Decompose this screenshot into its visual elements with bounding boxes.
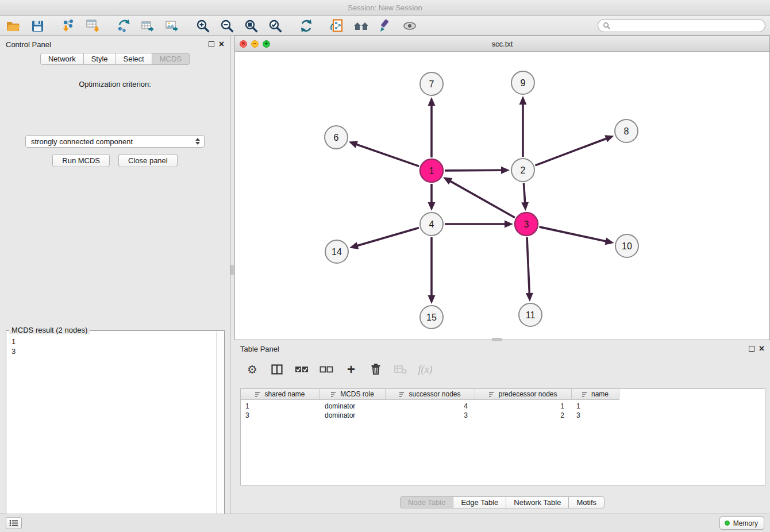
node-label-8: 8 [624, 126, 629, 136]
task-list-icon [9, 519, 18, 527]
table-panel-header: Table Panel × [234, 340, 770, 357]
vertical-splitter-handle[interactable] [230, 265, 234, 275]
zoom-in-icon[interactable] [194, 18, 211, 34]
tab-edge-table[interactable]: Edge Table [453, 496, 506, 508]
tab-select[interactable]: Select [116, 53, 152, 65]
maximize-window-icon[interactable]: + [263, 40, 270, 48]
column-header-name[interactable]: name [572, 389, 619, 400]
deselect-all-rows-icon[interactable] [319, 362, 334, 377]
table-settings-gear-icon[interactable]: ⚙ [245, 362, 260, 377]
tab-network-table[interactable]: Network Table [506, 496, 569, 508]
dropdown-stepper-icon [194, 138, 204, 145]
select-all-rows-icon[interactable] [294, 362, 309, 377]
tab-style[interactable]: Style [83, 53, 116, 65]
add-column-icon[interactable]: + [344, 362, 359, 377]
horizontal-splitter-handle[interactable] [492, 338, 502, 341]
close-panel-button[interactable]: Close panel [118, 154, 178, 167]
eye-icon[interactable] [401, 18, 418, 34]
float-panel-icon[interactable] [209, 41, 214, 47]
tab-motifs[interactable]: Motifs [568, 496, 605, 508]
marker-icon[interactable] [377, 18, 394, 34]
optimization-criterion-label: Optimization criterion: [0, 80, 230, 88]
zoom-out-icon[interactable] [218, 18, 236, 34]
edge-1-2[interactable] [445, 170, 502, 171]
cell-mcds-role: dominator [320, 411, 386, 419]
cell-successor-nodes: 3 [386, 411, 475, 419]
search-field[interactable] [598, 19, 765, 32]
zoom-fit-icon[interactable] [242, 18, 260, 34]
criterion-dropdown[interactable]: strongly connected component [25, 135, 205, 148]
table-row[interactable]: 1 dominator 4 1 1 [241, 402, 765, 411]
table-panel: Table Panel × ⚙ + f(x) shared name [234, 340, 770, 514]
edge-3-1[interactable] [449, 181, 515, 218]
cell-shared-name: 1 [241, 402, 320, 410]
refresh-layout-icon[interactable] [298, 18, 315, 34]
table-tabs: Node Table Edge Table Network Table Moti… [234, 496, 770, 508]
node-table-header: shared name MCDS role successor nodes pr… [241, 389, 765, 400]
import-network-icon[interactable] [60, 18, 77, 34]
first-neighbors-icon[interactable] [353, 18, 370, 34]
edge-arrowhead [605, 238, 614, 245]
column-type-icon [331, 391, 337, 398]
node-label-3: 3 [524, 219, 529, 229]
edge-3-10[interactable] [539, 227, 606, 241]
table-row[interactable]: 3 dominator 3 2 3 [241, 411, 765, 420]
mcds-result-line: 1 [11, 337, 222, 346]
main-toolbar [0, 16, 770, 36]
edge-4-14[interactable] [357, 228, 419, 246]
node-label-10: 10 [622, 241, 632, 251]
edge-2-8[interactable] [536, 138, 607, 165]
node-label-11: 11 [526, 310, 536, 320]
edge-arrowhead [349, 242, 359, 249]
node-label-1: 1 [429, 166, 434, 176]
result-scrollbar[interactable] [216, 331, 224, 532]
show-columns-icon[interactable] [270, 362, 284, 377]
node-label-14: 14 [332, 247, 342, 257]
memory-button[interactable]: Memory [719, 516, 764, 530]
delete-column-icon[interactable] [368, 362, 383, 377]
node-label-6: 6 [334, 133, 339, 142]
float-table-panel-icon[interactable] [749, 346, 754, 352]
edge-2-3[interactable] [523, 183, 525, 203]
mcds-result-title: MCDS result (2 nodes) [9, 326, 90, 334]
minimize-window-icon[interactable]: − [251, 40, 259, 48]
control-panel-header: Control Panel × [0, 36, 230, 53]
zoom-selected-icon[interactable] [267, 18, 284, 34]
edge-arrowhead [605, 135, 614, 142]
column-header-successor-nodes[interactable]: successor nodes [386, 389, 475, 400]
close-panel-icon[interactable]: × [219, 41, 224, 48]
export-table-icon[interactable] [139, 18, 156, 34]
import-table-icon[interactable] [84, 18, 101, 34]
save-session-icon[interactable] [29, 18, 46, 34]
show-graphics-details-icon[interactable] [329, 18, 346, 34]
control-panel-title: Control Panel [6, 40, 51, 49]
export-image-icon[interactable] [163, 18, 180, 34]
tab-mcds[interactable]: MCDS [152, 53, 190, 65]
column-type-icon [399, 391, 406, 398]
close-window-icon[interactable]: × [240, 40, 247, 48]
close-table-panel-icon[interactable]: × [759, 345, 764, 352]
node-label-7: 7 [429, 79, 434, 89]
table-toolbar: ⚙ + f(x) [234, 358, 770, 380]
column-type-icon [582, 391, 588, 398]
edge-1-6[interactable] [356, 144, 419, 167]
control-panel: Control Panel × Network Style Select MCD… [0, 36, 230, 514]
tab-network[interactable]: Network [40, 53, 84, 65]
edge-arrowhead [428, 97, 436, 106]
criterion-dropdown-value: strongly connected component [31, 137, 133, 146]
run-mcds-button[interactable]: Run MCDS [52, 154, 110, 167]
tab-node-table[interactable]: Node Table [400, 496, 454, 508]
column-header-predecessor-nodes[interactable]: predecessor nodes [475, 389, 572, 400]
column-header-mcds-role[interactable]: MCDS role [320, 389, 386, 400]
task-history-button[interactable] [6, 517, 22, 529]
edge-3-11[interactable] [527, 237, 529, 294]
export-network-icon[interactable] [115, 18, 132, 34]
open-session-icon[interactable] [5, 18, 22, 34]
cell-shared-name: 3 [241, 411, 320, 419]
network-canvas[interactable]: 7968124310141511 [235, 52, 769, 340]
edge-arrowhead [501, 167, 510, 174]
edge-arrowhead [521, 202, 529, 211]
column-type-icon [255, 391, 261, 398]
column-header-shared-name[interactable]: shared name [241, 389, 320, 400]
search-input[interactable] [613, 22, 760, 30]
